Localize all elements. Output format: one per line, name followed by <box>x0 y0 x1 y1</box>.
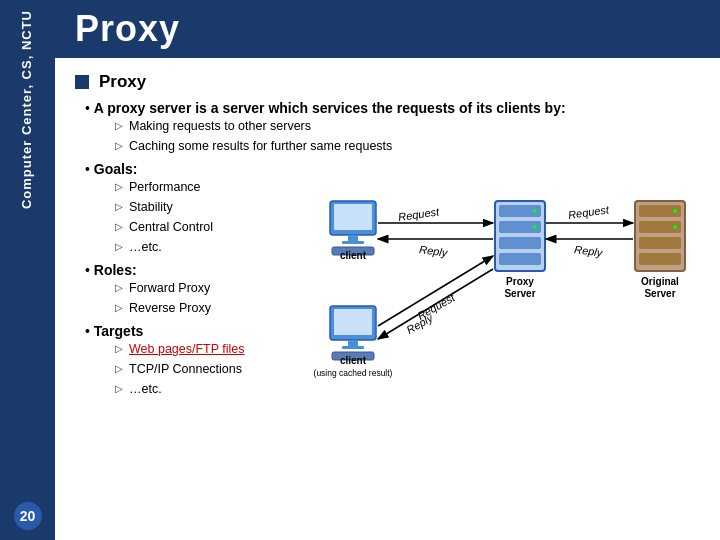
arrow-client1-proxy-request: Request <box>378 205 493 223</box>
bullet4-sub3: …etc. <box>115 379 285 399</box>
svg-rect-22 <box>639 253 681 265</box>
slide-number: 20 <box>14 502 42 530</box>
bullet1-sub1: Making requests to other servers <box>115 116 700 136</box>
request2-label: Request <box>567 203 610 221</box>
bullet2-row: • Goals: Performance Stability Central C… <box>75 161 700 404</box>
reply2-label: Reply <box>574 243 605 259</box>
svg-rect-3 <box>342 241 364 244</box>
bullet3-sub2: Reverse Proxy <box>115 298 285 318</box>
arrow-orig-proxy-reply: Reply <box>546 239 633 259</box>
bullet3-text: Roles: <box>94 262 137 278</box>
reply1-label: Reply <box>419 243 450 259</box>
content-area: Proxy • A proxy server is a server which… <box>55 58 720 540</box>
original-server-label: Original <box>641 276 679 287</box>
svg-rect-7 <box>348 340 358 346</box>
bullet3-subitems: Forward Proxy Reverse Proxy <box>115 278 285 318</box>
arrow-proxy-client1-reply: Reply <box>378 239 493 259</box>
bullet1-sub2: Caching some results for further same re… <box>115 136 700 156</box>
arrow-proxy-client2-reply: Reply <box>378 269 493 339</box>
svg-rect-1 <box>334 204 372 230</box>
bullet1-subitems: Making requests to other servers Caching… <box>115 116 700 156</box>
svg-rect-2 <box>348 235 358 241</box>
request1-label: Request <box>397 205 440 223</box>
svg-rect-14 <box>499 253 541 265</box>
bullet2-sub3: Central Control <box>115 217 285 237</box>
client2-label: client <box>340 355 367 366</box>
arrow-client2-proxy-request: Request <box>378 256 493 326</box>
svg-text:Server: Server <box>644 288 675 299</box>
diagram-wrapper: client client (using cached result) <box>295 161 700 381</box>
section-label: Proxy <box>99 72 146 92</box>
bullet2-subitems: Performance Stability Central Control …e… <box>115 177 285 257</box>
svg-point-23 <box>673 209 677 213</box>
bullet2-left: • Goals: Performance Stability Central C… <box>75 161 285 404</box>
main-content: Proxy Proxy • A proxy server is a server… <box>55 0 720 540</box>
svg-rect-21 <box>639 237 681 249</box>
bullet4-subitems: Web pages/FTP files TCP/IP Connections …… <box>115 339 285 399</box>
bullet2: • Goals: Performance Stability Central C… <box>85 161 285 257</box>
client2-icon: client (using cached result) <box>314 306 393 378</box>
bullet4-sub2: TCP/IP Connections <box>115 359 285 379</box>
proxy-diagram: client client (using cached result) <box>320 161 700 381</box>
heading-icon <box>75 75 89 89</box>
svg-line-30 <box>378 256 493 326</box>
svg-rect-13 <box>499 237 541 249</box>
bullet2-sub4: …etc. <box>115 237 285 257</box>
bullet4-text: Targets <box>94 323 144 339</box>
client1-icon: client <box>330 201 376 261</box>
page-title: Proxy <box>55 0 720 58</box>
bullet2-text: Goals: <box>94 161 138 177</box>
proxy-server-icon: Proxy Server <box>495 201 545 299</box>
bullet3: • Roles: Forward Proxy Reverse Proxy <box>85 262 285 318</box>
bullet2-sub1: Performance <box>115 177 285 197</box>
svg-point-15 <box>533 209 537 213</box>
section-heading: Proxy <box>75 72 700 92</box>
svg-rect-6 <box>334 309 372 335</box>
bullet1-text: A proxy server is a server which service… <box>94 100 566 116</box>
client1-label: client <box>340 250 367 261</box>
sidebar: Computer Center, CS, NCTU 20 <box>0 0 55 540</box>
svg-rect-8 <box>342 346 364 349</box>
proxy-server-label: Proxy <box>506 276 534 287</box>
bullet4: • Targets Web pages/FTP files TCP/IP Con… <box>85 323 285 399</box>
bullet1: • A proxy server is a server which servi… <box>85 100 700 156</box>
arrow-proxy-orig-request: Request <box>546 203 633 223</box>
svg-line-31 <box>378 269 493 339</box>
sidebar-label: Computer Center, CS, NCTU <box>19 10 36 209</box>
bullet2-sub2: Stability <box>115 197 285 217</box>
svg-point-16 <box>533 225 537 229</box>
svg-text:Server: Server <box>504 288 535 299</box>
bullet4-sub1: Web pages/FTP files <box>115 339 285 359</box>
original-server-icon: Original Server <box>635 201 685 299</box>
svg-point-24 <box>673 225 677 229</box>
bullet3-sub1: Forward Proxy <box>115 278 285 298</box>
client2-sub: (using cached result) <box>314 368 393 378</box>
